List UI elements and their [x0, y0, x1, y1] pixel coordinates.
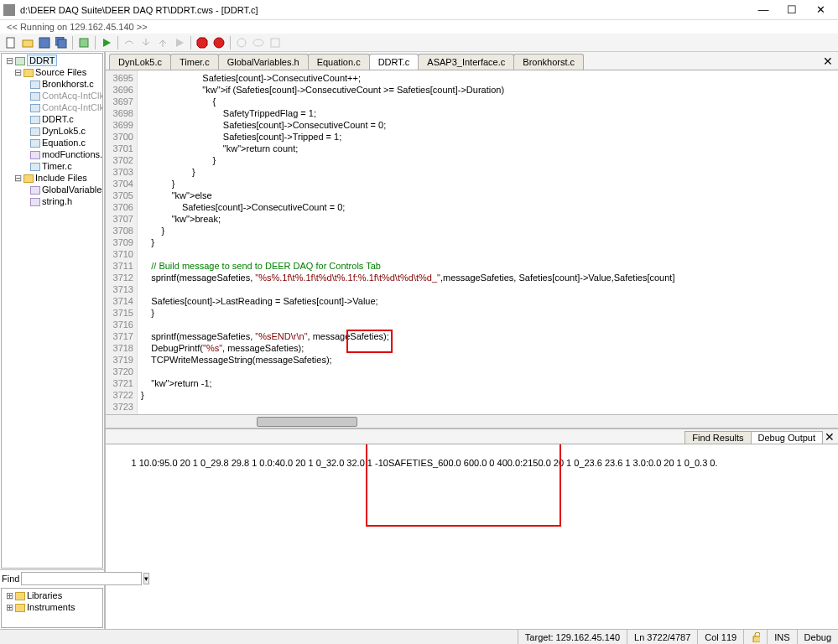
- editor-tab[interactable]: GlobalVariables.h: [218, 54, 309, 70]
- status-line: Ln 3722/4787: [627, 630, 697, 644]
- save-icon[interactable]: [37, 35, 52, 50]
- svg-rect-5: [80, 39, 88, 47]
- svg-rect-0: [7, 38, 14, 48]
- source-file[interactable]: Equation.c: [42, 138, 86, 148]
- status-mode[interactable]: Debug: [797, 630, 838, 644]
- project-tree[interactable]: ⊟DDRT ⊟Source Files Bronkhorst.cContAcq-…: [2, 54, 102, 208]
- continue-icon[interactable]: [172, 35, 187, 50]
- watch-icon[interactable]: [251, 35, 266, 50]
- output-close-icon[interactable]: ✕: [825, 430, 835, 444]
- svg-marker-8: [197, 38, 207, 48]
- instruments-folder[interactable]: Instruments: [27, 602, 75, 612]
- close-button[interactable]: ✕: [806, 0, 835, 20]
- status-bar: Target: 129.162.45.140 Ln 3722/4787 Col …: [0, 629, 838, 644]
- editor-tab[interactable]: DynLok5.c: [109, 54, 171, 70]
- svg-rect-13: [753, 636, 760, 642]
- minimize-button[interactable]: —: [749, 0, 778, 20]
- find-label: Find: [2, 574, 19, 584]
- toolbar: [0, 34, 838, 52]
- project-sidebar: ⊟DDRT ⊟Source Files Bronkhorst.cContAcq-…: [0, 52, 106, 629]
- include-files-folder[interactable]: Include Files: [35, 173, 87, 183]
- source-file[interactable]: ContAcq-IntClk: [42, 102, 103, 112]
- lock-icon: [751, 632, 760, 642]
- svg-rect-12: [271, 39, 279, 47]
- new-file-icon[interactable]: [3, 35, 18, 50]
- source-file[interactable]: modFunctions.h: [42, 149, 103, 159]
- editor-tab[interactable]: Equation.c: [308, 54, 370, 70]
- stop-icon[interactable]: [195, 35, 210, 50]
- source-file[interactable]: Timer.c: [42, 161, 72, 171]
- svg-marker-6: [103, 39, 111, 47]
- svg-rect-4: [58, 39, 66, 48]
- step-over-icon[interactable]: [122, 35, 137, 50]
- debug-output[interactable]: 1 10.0:95.0 20 1 0_29.8 29.8 1 0.0:40.0 …: [106, 444, 838, 629]
- include-file[interactable]: string.h: [42, 196, 72, 206]
- libraries-folder[interactable]: Libraries: [27, 590, 62, 600]
- build-icon[interactable]: [76, 35, 91, 50]
- terminate-icon[interactable]: [211, 35, 226, 50]
- svg-point-10: [237, 39, 246, 47]
- editor-tab[interactable]: Bronkhorst.c: [513, 54, 584, 70]
- code-editor[interactable]: 3695 3696 3697 3698 3699 3700 3701 3702 …: [106, 70, 838, 414]
- step-out-icon[interactable]: [155, 35, 170, 50]
- line-gutter: 3695 3696 3697 3698 3699 3700 3701 3702 …: [106, 70, 138, 414]
- tab-close-icon[interactable]: ✕: [823, 55, 833, 68]
- source-files-folder[interactable]: Source Files: [35, 67, 86, 77]
- svg-rect-1: [23, 40, 33, 47]
- svg-marker-7: [176, 39, 184, 47]
- project-root[interactable]: DDRT: [27, 55, 57, 66]
- output-tab-find[interactable]: Find Results: [684, 431, 751, 444]
- output-tabs: Find Results Debug Output ✕: [106, 429, 838, 444]
- editor-tabs: DynLok5.cTimer.cGlobalVariables.hEquatio…: [106, 52, 838, 70]
- run-icon[interactable]: [99, 35, 114, 50]
- include-file[interactable]: GlobalVariables.: [42, 184, 103, 195]
- editor-tab[interactable]: DDRT.c: [369, 54, 419, 70]
- highlight-box-2: [366, 444, 561, 527]
- svg-rect-2: [39, 38, 49, 48]
- maximize-button[interactable]: ☐: [778, 0, 806, 20]
- open-file-icon[interactable]: [20, 35, 35, 50]
- step-into-icon[interactable]: [138, 35, 154, 50]
- breakpoint-icon[interactable]: [234, 35, 249, 50]
- svg-point-11: [253, 39, 263, 46]
- editor-tab[interactable]: Timer.c: [170, 54, 219, 70]
- source-file[interactable]: ContAcq-IntClk-A: [42, 91, 103, 101]
- output-tab-debug[interactable]: Debug Output: [751, 431, 824, 444]
- status-target: Target: 129.162.45.140: [518, 630, 627, 644]
- window-title: d:\DEER DAQ Suite\DEER DAQ RT\DDRT.cws -…: [20, 5, 749, 15]
- editor-tab[interactable]: ASAP3_Interface.c: [418, 54, 514, 70]
- horizontal-scrollbar[interactable]: [106, 414, 838, 428]
- source-file[interactable]: DDRT.c: [42, 114, 74, 124]
- svg-point-9: [214, 38, 224, 48]
- running-status: << Running on 129.162.45.140 >>: [0, 20, 838, 34]
- status-ins[interactable]: INS: [767, 630, 796, 644]
- variables-icon[interactable]: [268, 35, 283, 50]
- source-file[interactable]: DynLok5.c: [42, 126, 86, 136]
- status-col: Col 119: [697, 630, 743, 644]
- save-all-icon[interactable]: [54, 35, 69, 50]
- app-icon: [3, 4, 15, 16]
- source-file[interactable]: Bronkhorst.c: [42, 79, 94, 89]
